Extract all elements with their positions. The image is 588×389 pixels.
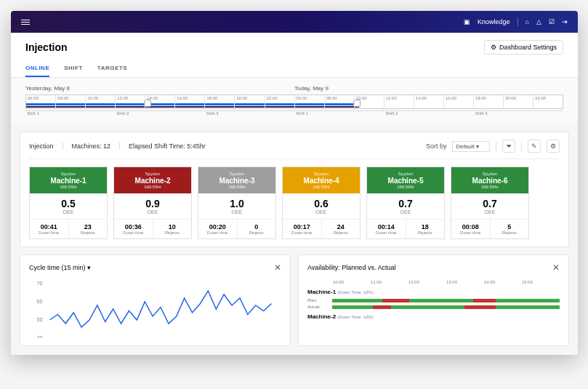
timeline-tick: 06:00 [295,95,325,108]
timeline-shift: Shift 3 [205,111,294,116]
machine-stats: 00:36Down time 10Rejects [114,220,191,238]
timeline-tick: 14:00 [414,95,444,108]
timeline-day-1: Yesterday, May 8 [25,85,294,92]
knowledge-link[interactable]: Knowledge [478,18,510,25]
machine-oee: 0.9OEE [114,193,191,220]
timeline-tick: 10:00 [355,95,384,108]
tabs: ONLINE SHIFT TARGETS [11,60,578,78]
dashboard-settings-button[interactable]: ⚙ Dashboard Settings [484,40,563,55]
availability-title: Availability: Planned vs. Actual [307,264,395,271]
edit-icon[interactable]: ✎ [528,140,541,153]
machine-header: SpydonMachine-3166:59hr [198,167,275,193]
timeline-tick: 12:00 [384,95,414,108]
machine-header: SpydonMachine-4166:59hr [283,167,360,193]
machine-card[interactable]: SpydonMachine-3166:59hr 1.0OEE 00:20Down… [198,167,276,239]
timeline-tick: 16:00 [175,95,205,108]
settings-icon[interactable]: ⚙ [547,140,560,153]
gear-icon: ⚙ [491,44,496,51]
timeline-tick: 20:00 [504,95,533,108]
machine-header: SpydonMachine-6166:59hr [451,167,528,193]
availability-row: Machine-2 (Down Time: 12%) [307,313,560,320]
bell-icon[interactable]: △ [536,18,541,25]
sortby-select[interactable]: Default ▾ [452,141,490,152]
timeline-day-2: Today, May 9 [294,85,563,92]
area-label: Injection [29,143,54,150]
timeline-tick: 16:00 [444,95,474,108]
machine-header: SpydonMachine-2166:59hr [114,167,191,193]
svg-text:40: 40 [37,335,43,338]
tab-shift[interactable]: SHIFT [64,60,83,77]
timeline-tick: 22:00 [265,95,295,108]
machine-card[interactable]: SpydonMachine-1166:59hr 0.5OEE 00:41Down… [29,167,108,239]
filter-icon[interactable]: ⏷ [502,140,515,153]
tab-online[interactable]: ONLINE [25,60,49,77]
machine-oee: 0.6OEE [283,193,360,220]
machines-panel: Injection Machines: 12 Elapsed Shift Tim… [20,132,569,247]
timeline-tick: 22:00 [533,95,563,108]
page-header: Injection ⚙ Dashboard Settings [11,33,578,55]
tab-targets[interactable]: TARGETS [97,60,127,77]
sortby-label: Sort by [426,143,447,150]
machine-stats: 00:41Down time 23Rejects [30,220,107,238]
machine-card[interactable]: SpydonMachine-2166:59hr 0.9OEE 00:36Down… [113,167,192,239]
timeline-shift: Shift 2 [384,111,473,116]
timeline-shift: Shift 1 [294,111,384,116]
timeline-tick: 08:00 [325,95,355,108]
timeline-tick: 12:00 [116,95,145,108]
timeline-tick: 18:00 [205,95,235,108]
svg-text:60: 60 [37,299,43,304]
svg-text:50: 50 [37,317,43,322]
timeline-tick: 18:00 [474,95,504,108]
timeline-shift: Shift 3 [474,111,563,116]
machine-card[interactable]: SpydonMachine-5166:59hr 0.7OEE 00:14Down… [366,167,445,239]
cycle-time-panel: Cycle time (15 min) ▾ ✕ 40506070 [20,254,291,346]
machine-stats: 00:14Down time 18Rejects [367,220,444,238]
availability-row: Machine-1 (Down Time: 12%)PlanActual [307,289,560,309]
timeline-track[interactable]: 06:0008:0010:0012:0014:0016:0018:0020:00… [25,95,563,109]
machine-stats: 00:08Down time 5Rejects [451,220,528,238]
menu-icon[interactable] [21,20,30,25]
machine-header: SpydonMachine-5166:59hr [367,167,444,193]
machine-oee: 0.5OEE [30,193,107,220]
timeline: Yesterday, May 8 Today, May 9 06:0008:00… [11,78,578,123]
svg-text:70: 70 [37,281,43,286]
machine-stats: 00:20Down time 0Rejects [198,220,275,238]
machine-oee: 1.0OEE [198,193,275,220]
machine-card[interactable]: SpydonMachine-6166:59hr 0.7OEE 00:08Down… [451,167,529,239]
checklist-icon[interactable]: ☑ [549,18,555,25]
actual-bar [332,305,560,309]
availability-panel: Availability: Planned vs. Actual ✕ 10:00… [298,254,569,346]
cycle-time-title[interactable]: Cycle time (15 min) ▾ [29,264,91,271]
home-icon[interactable]: ⌂ [525,18,529,25]
page-title: Injection [25,41,68,53]
machine-oee: 0.7OEE [451,193,528,220]
knowledge-icon[interactable]: ▣ [464,18,470,25]
machine-oee: 0.7OEE [367,193,444,220]
timeline-tick: 10:00 [86,95,116,108]
topbar: ▣ Knowledge ⌂ △ ☑ ⇥ [11,11,578,33]
timeline-tick: 08:00 [56,95,86,108]
close-icon[interactable]: ✕ [552,262,560,273]
timeline-shift: Shift 1 [25,111,115,116]
timeline-tick: 20:00 [235,95,265,108]
machine-card[interactable]: SpydonMachine-4166:59hr 0.6OEE 00:17Down… [282,167,361,239]
close-icon[interactable]: ✕ [274,262,281,273]
machine-header: SpydonMachine-1166:59hr [30,167,107,193]
timeline-tick: 06:00 [26,95,56,108]
timeline-shift: Shift 2 [115,111,204,116]
exit-icon[interactable]: ⇥ [562,18,568,25]
timeline-tick: 14:00 [145,95,175,108]
cycle-line-chart: 40506070 [29,280,281,338]
machine-stats: 00:17Down time 24Rejects [283,220,360,238]
plan-bar [332,299,560,302]
